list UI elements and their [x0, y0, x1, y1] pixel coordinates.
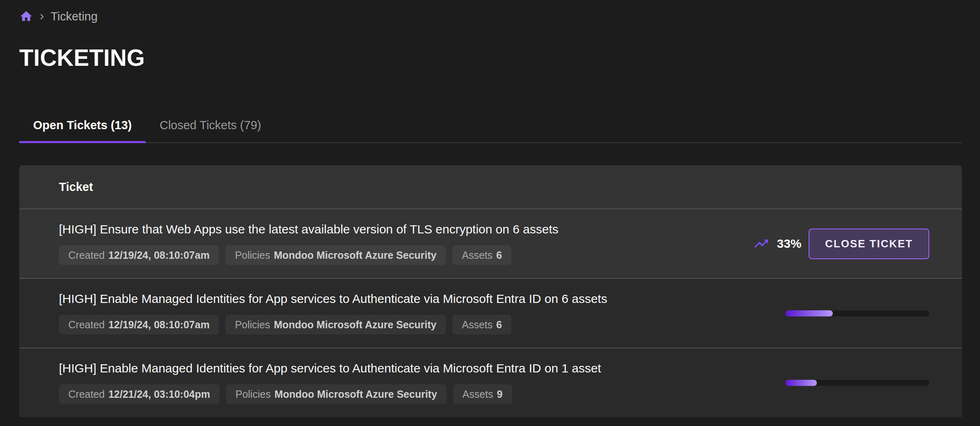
- table-header-row: Ticket: [19, 165, 962, 209]
- breadcrumb-home-link[interactable]: [19, 9, 33, 23]
- chip-policies: Policies Mondoo Microsoft Azure Security: [225, 315, 446, 334]
- table-row[interactable]: [HIGH] Enable Managed Identities for App…: [19, 278, 962, 348]
- chip-assets: Assets 6: [452, 245, 511, 265]
- chip-policies: Policies Mondoo Microsoft Azure Security: [226, 384, 447, 404]
- close-ticket-button[interactable]: CLOSE TICKET: [809, 229, 929, 259]
- chip-assets: Assets 9: [453, 384, 512, 404]
- trending-up-icon: [753, 235, 769, 252]
- progress-bar: [785, 380, 929, 386]
- chip-created: Created 12/19/24, 08:10:07am: [59, 245, 219, 265]
- progress-bar-fill: [785, 380, 817, 386]
- breadcrumb-current: Ticketing: [51, 10, 98, 23]
- tickets-table: Ticket [HIGH] Ensure that Web Apps use t…: [19, 165, 962, 417]
- page-title: TICKETING: [19, 44, 962, 71]
- progress-percentage: 33%: [777, 237, 801, 251]
- chip-policies: Policies Mondoo Microsoft Azure Security: [225, 245, 446, 265]
- breadcrumb: › Ticketing: [19, 0, 962, 23]
- ticket-summary: [HIGH] Enable Managed Identities for App…: [59, 292, 785, 334]
- ticket-title: [HIGH] Enable Managed Identities for App…: [59, 292, 785, 306]
- ticket-actions: 33% CLOSE TICKET: [753, 229, 929, 259]
- ticket-summary: [HIGH] Ensure that Web Apps use the late…: [59, 222, 753, 265]
- tab-open-tickets[interactable]: Open Tickets (13): [19, 110, 146, 143]
- chip-created: Created 12/21/24, 03:10:04pm: [59, 384, 220, 404]
- table-row[interactable]: [HIGH] Enable Managed Identities for App…: [19, 348, 962, 417]
- table-row[interactable]: [HIGH] Ensure that Web Apps use the late…: [19, 209, 962, 278]
- column-header-ticket: Ticket: [59, 180, 93, 194]
- progress-bar: [785, 310, 929, 316]
- chip-created: Created 12/19/24, 08:10:07am: [59, 315, 219, 334]
- ticket-title: [HIGH] Enable Managed Identities for App…: [59, 361, 785, 375]
- chip-assets: Assets 6: [452, 315, 511, 334]
- ticket-chips: Created 12/21/24, 03:10:04pm Policies Mo…: [59, 384, 785, 404]
- breadcrumb-separator: ›: [40, 9, 44, 24]
- home-icon: [19, 9, 33, 23]
- tab-closed-tickets[interactable]: Closed Tickets (79): [146, 110, 275, 143]
- ticket-summary: [HIGH] Enable Managed Identities for App…: [59, 361, 785, 404]
- ticket-chips: Created 12/19/24, 08:10:07am Policies Mo…: [59, 315, 785, 334]
- tabs-bar: Open Tickets (13) Closed Tickets (79): [19, 110, 962, 143]
- progress-bar-fill: [785, 310, 833, 316]
- ticket-progress: [785, 310, 929, 316]
- ticket-progress: [785, 380, 929, 386]
- ticket-chips: Created 12/19/24, 08:10:07am Policies Mo…: [59, 245, 753, 265]
- ticket-title: [HIGH] Ensure that Web Apps use the late…: [59, 222, 753, 236]
